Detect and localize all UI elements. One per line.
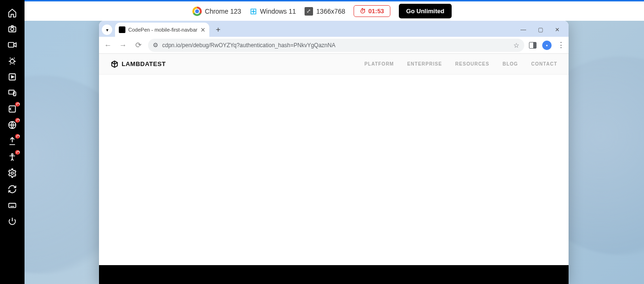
site-nav: PLATFORM ENTERPRISE RESOURCES BLOG CONTA… xyxy=(364,61,557,67)
tab-search-button[interactable]: ▾ xyxy=(102,25,112,35)
tab-title: CodePen - mobile-first-navbar xyxy=(128,27,198,33)
bug-icon[interactable] xyxy=(0,53,25,69)
page-body xyxy=(99,75,569,265)
devices-icon[interactable] xyxy=(0,85,25,101)
svg-marker-5 xyxy=(11,76,14,78)
side-panel-icon[interactable] xyxy=(529,42,537,49)
svg-point-3 xyxy=(10,59,14,63)
svg-point-1 xyxy=(11,28,14,31)
menu-kebab-icon[interactable]: ⋮ xyxy=(557,41,565,50)
resolution-info: ⤢ 1366x768 xyxy=(305,7,346,16)
switch-icon[interactable] xyxy=(0,101,25,117)
svg-point-11 xyxy=(11,172,14,175)
close-window-button[interactable]: ✕ xyxy=(549,24,566,36)
resolution-label: 1366x768 xyxy=(316,8,346,15)
browser-window: ▾ CodePen - mobile-first-navbar ✕ + — ▢ … xyxy=(99,21,569,284)
keyboard-icon[interactable] xyxy=(0,197,25,213)
timer-value: 01:53 xyxy=(368,8,384,15)
session-info-bar: Chrome 123 ⊞ Windows 11 ⤢ 1366x768 ⏱ 01:… xyxy=(0,0,644,21)
power-icon[interactable] xyxy=(0,213,25,229)
toolbar-right: • ⋮ xyxy=(529,41,565,50)
session-timer: ⏱ 01:53 xyxy=(354,5,390,17)
timer-icon: ⏱ xyxy=(360,8,366,15)
new-tab-button[interactable]: + xyxy=(212,24,224,36)
settings-icon[interactable] xyxy=(0,165,25,181)
page-content: LAMBDATEST PLATFORM ENTERPRISE RESOURCES… xyxy=(99,54,569,284)
chrome-icon xyxy=(192,7,202,16)
close-tab-button[interactable]: ✕ xyxy=(200,26,206,33)
forward-button[interactable]: → xyxy=(118,41,128,50)
nav-platform[interactable]: PLATFORM xyxy=(364,61,394,67)
logo-text: LAMBDATEST xyxy=(122,60,166,67)
site-logo[interactable]: LAMBDATEST xyxy=(110,60,166,68)
reload-button[interactable]: ⟳ xyxy=(133,41,143,50)
lock-badge-icon xyxy=(15,134,20,139)
refresh-icon[interactable] xyxy=(0,181,25,197)
lock-badge-icon xyxy=(15,118,20,123)
nav-enterprise[interactable]: ENTERPRISE xyxy=(407,61,442,67)
nav-resources[interactable]: RESOURCES xyxy=(455,61,489,67)
network-icon[interactable] xyxy=(0,117,25,133)
home-icon[interactable] xyxy=(0,5,25,21)
nav-contact[interactable]: CONTACT xyxy=(531,61,557,67)
upload-icon[interactable] xyxy=(0,133,25,149)
windows-icon: ⊞ xyxy=(250,6,257,17)
maximize-button[interactable]: ▢ xyxy=(532,24,549,36)
svg-rect-12 xyxy=(9,203,16,208)
tool-sidebar xyxy=(0,0,25,284)
svg-point-10 xyxy=(11,154,13,155)
back-button[interactable]: ← xyxy=(103,41,113,50)
os-label: Windows 11 xyxy=(260,8,296,15)
lock-badge-icon xyxy=(15,102,20,107)
browser-label: Chrome 123 xyxy=(205,8,241,15)
resolution-icon: ⤢ xyxy=(305,7,313,16)
site-settings-icon[interactable]: ⚙ xyxy=(153,42,158,49)
accessibility-icon[interactable] xyxy=(0,149,25,165)
url-text: cdpn.io/pen/debug/RwOYZYq?authentication… xyxy=(162,42,335,49)
profile-avatar[interactable]: • xyxy=(542,41,552,50)
address-bar: ← → ⟳ ⚙ cdpn.io/pen/debug/RwOYZYq?authen… xyxy=(99,37,569,54)
favicon-icon xyxy=(119,26,125,33)
browser-tab[interactable]: CodePen - mobile-first-navbar ✕ xyxy=(115,23,209,37)
video-icon[interactable] xyxy=(0,37,25,53)
lock-badge-icon xyxy=(15,150,20,155)
page-footer-band xyxy=(99,265,569,284)
gallery-icon[interactable] xyxy=(0,69,25,85)
svg-rect-2 xyxy=(8,42,14,47)
go-unlimited-button[interactable]: Go Unlimited xyxy=(399,4,452,18)
os-info: ⊞ Windows 11 xyxy=(250,6,296,17)
tab-strip: ▾ CodePen - mobile-first-navbar ✕ + — ▢ … xyxy=(99,21,569,37)
camera-icon[interactable] xyxy=(0,21,25,37)
minimize-button[interactable]: — xyxy=(515,24,532,36)
site-header: LAMBDATEST PLATFORM ENTERPRISE RESOURCES… xyxy=(99,54,569,75)
window-controls: — ▢ ✕ xyxy=(515,24,566,36)
browser-info: Chrome 123 xyxy=(192,7,241,16)
logo-icon xyxy=(110,60,119,68)
bookmark-star-icon[interactable]: ☆ xyxy=(513,42,520,49)
url-field[interactable]: ⚙ cdpn.io/pen/debug/RwOYZYq?authenticati… xyxy=(148,39,524,52)
nav-blog[interactable]: BLOG xyxy=(503,61,518,67)
